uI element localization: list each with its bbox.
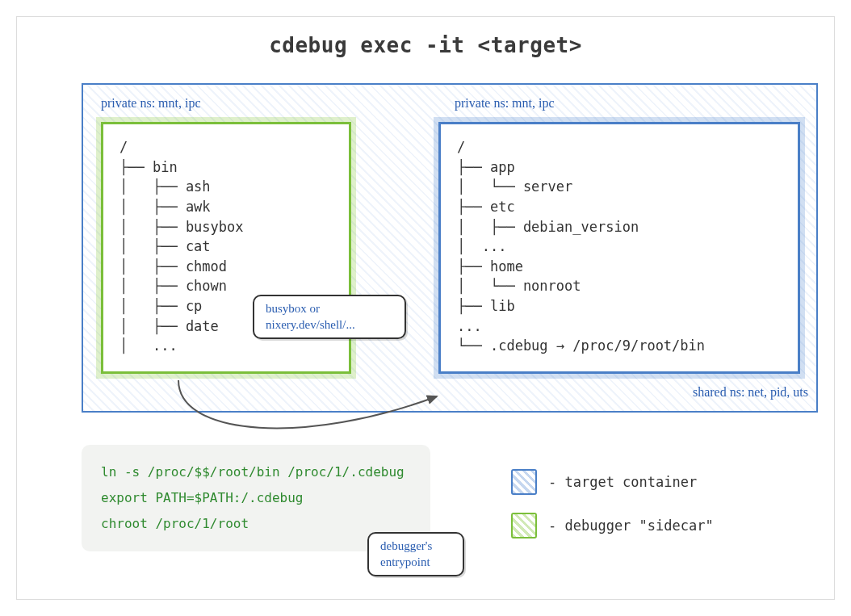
tree-line: ├── app	[457, 157, 782, 178]
legend: - target container - debugger "sidecar"	[511, 469, 714, 556]
tree-line: │ ...	[457, 237, 782, 257]
tree-line: │ ├── awk	[119, 197, 333, 217]
diagram-title: cdebug exec -it <target>	[17, 33, 834, 57]
tree-line: ...	[457, 316, 782, 337]
tree-line: │ └── nonroot	[457, 276, 782, 296]
code-line: chroot /proc/1/root	[101, 511, 411, 537]
legend-row-target: - target container	[511, 469, 714, 495]
code-line: export PATH=$PATH:/.cdebug	[101, 485, 411, 511]
legend-row-sidecar: - debugger "sidecar"	[511, 513, 714, 538]
busybox-callout: busybox or nixery.dev/shell/...	[253, 295, 406, 339]
tree-line: │ └── server	[457, 177, 782, 197]
legend-label: - debugger "sidecar"	[548, 518, 714, 534]
tree-line: ├── etc	[457, 197, 782, 217]
tree-root: /	[457, 137, 782, 157]
shared-ns-label: shared ns: net, pid, uts	[693, 385, 808, 400]
tree-line: │ ├── chmod	[119, 257, 333, 277]
tree-line: │ ├── busybox	[119, 217, 333, 237]
tree-root: /	[119, 137, 333, 157]
private-ns-label-green: private ns: mnt, ipc	[101, 96, 201, 111]
private-ns-label-blue: private ns: mnt, ipc	[455, 96, 555, 111]
tree-line: │ ├── cat	[119, 237, 333, 257]
tree-line: ├── lib	[457, 296, 782, 316]
tree-line: │ ├── debian_version	[457, 217, 782, 237]
diagram-canvas: cdebug exec -it <target> private ns: mnt…	[16, 16, 835, 600]
target-container-fs: / ├── app │ └── server ├── etc │ ├── deb…	[438, 122, 800, 374]
tree-line: ├── home	[457, 257, 782, 277]
tree-line: │ ├── ash	[119, 177, 333, 197]
tree-line: └── .cdebug → /proc/9/root/bin	[457, 336, 782, 356]
code-line: ln -s /proc/$$/root/bin /proc/1/.cdebug	[101, 459, 411, 485]
entrypoint-callout: debugger's entrypoint	[367, 532, 464, 576]
swatch-green-icon	[511, 513, 537, 538]
tree-line: ├── bin	[119, 157, 333, 178]
tree-line: │ ├── chown	[119, 276, 333, 296]
legend-label: - target container	[548, 474, 697, 490]
tree-line: │ ...	[119, 336, 333, 356]
swatch-blue-icon	[511, 469, 537, 495]
